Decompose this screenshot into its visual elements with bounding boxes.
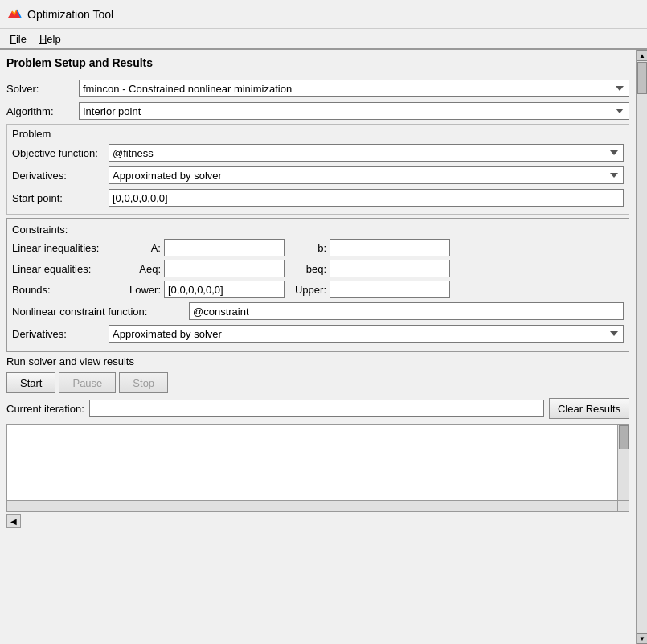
scroll-up-arrow[interactable]: ▲ xyxy=(637,50,647,61)
menu-help[interactable]: Help xyxy=(33,31,68,47)
bounds-label: Bounds: xyxy=(12,284,117,296)
derivatives-select[interactable]: Approximated by solver User-supplied xyxy=(109,166,624,184)
constraints-derivatives-row: Derivatives: Approximated by solver User… xyxy=(12,324,624,343)
aeq-input[interactable] xyxy=(164,260,285,277)
iteration-input[interactable] xyxy=(89,400,544,417)
objective-label: Objective function: xyxy=(12,147,109,159)
scroll-thumb-v[interactable] xyxy=(619,425,629,449)
startpoint-label: Start point: xyxy=(12,192,109,204)
bounds-row: Bounds: Lower: Upper: xyxy=(12,281,624,298)
iteration-row: Current iteration: Clear Results xyxy=(6,398,629,419)
upper-label: Upper: xyxy=(294,284,326,296)
constraints-derivatives-label: Derivatives: xyxy=(12,328,109,340)
nav-arrow-left[interactable]: ◀ xyxy=(6,514,21,528)
nonlinear-label: Nonlinear constraint function: xyxy=(12,306,189,318)
problem-label: Problem xyxy=(12,128,624,140)
run-section: Run solver and view results Start Pause … xyxy=(6,355,629,528)
output-textarea[interactable] xyxy=(7,425,617,511)
start-button[interactable]: Start xyxy=(6,372,55,393)
menu-file[interactable]: File xyxy=(3,31,33,47)
output-area-wrapper xyxy=(6,424,629,512)
run-title: Run solver and view results xyxy=(6,355,629,367)
startpoint-input[interactable] xyxy=(109,189,624,207)
constraints-panel: Constraints: Linear inequalities: A: b: … xyxy=(6,218,629,352)
beq-input[interactable] xyxy=(330,260,450,277)
main-wrapper: Problem Setup and Results Solver: fminco… xyxy=(0,50,647,644)
a-label: A: xyxy=(117,242,161,254)
objective-select[interactable]: @fitness xyxy=(109,144,624,162)
beq-label: beq: xyxy=(294,263,326,275)
constraints-label: Constraints: xyxy=(12,224,624,236)
iteration-label: Current iteration: xyxy=(6,403,84,415)
section-title: Problem Setup and Results xyxy=(6,56,629,72)
content-area: Problem Setup and Results Solver: fminco… xyxy=(0,50,636,644)
algorithm-select[interactable]: Interior point SQP Active set Trust regi… xyxy=(79,102,629,120)
app-title: Optimization Tool xyxy=(27,8,113,21)
startpoint-row: Start point: xyxy=(12,188,624,207)
solver-row: Solver: fmincon - Constrained nonlinear … xyxy=(6,79,629,98)
aeq-label: Aeq: xyxy=(117,263,161,275)
button-row: Start Pause Stop xyxy=(6,372,629,393)
linear-equalities-row: Linear equalities: Aeq: beq: xyxy=(12,260,624,277)
solver-select[interactable]: fmincon - Constrained nonlinear minimiza… xyxy=(79,80,629,97)
vertical-scrollbar[interactable] xyxy=(617,425,629,500)
lower-input[interactable] xyxy=(164,281,285,298)
derivatives-label: Derivatives: xyxy=(12,170,109,182)
clear-results-button[interactable]: Clear Results xyxy=(549,398,629,419)
b-input[interactable] xyxy=(330,239,450,256)
scroll-track xyxy=(637,61,647,633)
algorithm-label: Algorithm: xyxy=(6,105,79,117)
scroll-down-arrow[interactable]: ▼ xyxy=(637,633,647,644)
problem-group: Problem Objective function: @fitness Der… xyxy=(6,124,629,215)
linear-equalities-label: Linear equalities: xyxy=(12,263,117,275)
upper-input[interactable] xyxy=(330,281,450,298)
nonlinear-row: Nonlinear constraint function: xyxy=(12,301,624,321)
title-bar: Optimization Tool xyxy=(0,0,647,29)
constraints-derivatives-select[interactable]: Approximated by solver User-supplied xyxy=(109,325,624,343)
scroll-thumb[interactable] xyxy=(637,62,647,94)
scrollbar-corner xyxy=(617,500,629,511)
matlab-icon xyxy=(6,6,23,23)
bottom-row: ◀ xyxy=(6,514,629,528)
algorithm-row: Algorithm: Interior point SQP Active set… xyxy=(6,101,629,121)
nonlinear-input[interactable] xyxy=(189,302,624,320)
lower-label: Lower: xyxy=(117,284,161,296)
pause-button[interactable]: Pause xyxy=(59,372,116,393)
linear-inequalities-row: Linear inequalities: A: b: xyxy=(12,239,624,256)
stop-button[interactable]: Stop xyxy=(119,372,168,393)
b-label: b: xyxy=(294,242,326,254)
derivatives-row: Derivatives: Approximated by solver User… xyxy=(12,166,624,185)
solver-label: Solver: xyxy=(6,83,79,95)
menu-bar: File Help xyxy=(0,29,647,50)
linear-inequalities-label: Linear inequalities: xyxy=(12,242,117,254)
a-input[interactable] xyxy=(164,239,285,256)
objective-row: Objective function: @fitness xyxy=(12,143,624,162)
right-scrollbar: ▲ ▼ xyxy=(636,50,647,644)
horizontal-scrollbar[interactable] xyxy=(7,500,617,511)
